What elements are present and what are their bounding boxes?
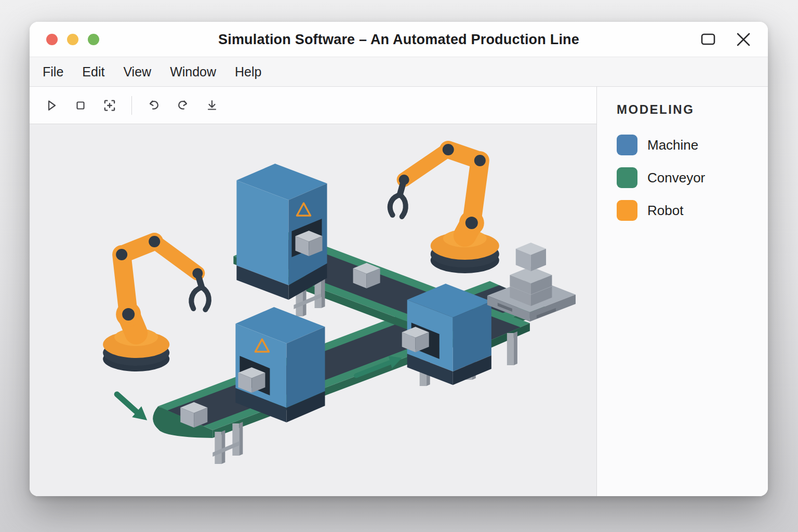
palette-item-robot[interactable]: Robot bbox=[617, 200, 768, 221]
stop-icon bbox=[73, 98, 88, 113]
focus-add-button[interactable] bbox=[100, 96, 119, 115]
gripper-claw bbox=[390, 180, 406, 217]
model-canvas[interactable] bbox=[30, 124, 596, 496]
focus-add-icon bbox=[102, 98, 117, 113]
main-row: MODELING Machine Conveyor Robot bbox=[30, 87, 768, 496]
machine-bottom[interactable] bbox=[235, 307, 325, 422]
menu-window[interactable]: Window bbox=[170, 64, 216, 79]
toolbar-divider bbox=[131, 96, 132, 115]
menu-edit[interactable]: Edit bbox=[82, 64, 104, 79]
production-line-scene bbox=[30, 124, 596, 496]
left-column bbox=[30, 87, 596, 496]
redo-icon bbox=[176, 98, 190, 113]
window-title: Simulation Software – An Automated Produ… bbox=[30, 31, 768, 47]
close-button[interactable] bbox=[736, 32, 751, 47]
menu-file[interactable]: File bbox=[43, 64, 63, 79]
menu-view[interactable]: View bbox=[123, 64, 151, 79]
play-icon bbox=[44, 98, 59, 113]
download-button[interactable] bbox=[203, 96, 221, 115]
undo-icon bbox=[147, 98, 161, 113]
robot-right[interactable] bbox=[390, 144, 499, 273]
conveyor-leg bbox=[215, 430, 225, 464]
conveyor-label: Conveyor bbox=[647, 170, 705, 186]
palette-item-conveyor[interactable]: Conveyor bbox=[617, 167, 768, 188]
stop-button[interactable] bbox=[71, 96, 90, 115]
flow-arrow-entry bbox=[117, 394, 147, 420]
pallet[interactable] bbox=[487, 243, 576, 322]
menu-help[interactable]: Help bbox=[235, 64, 261, 79]
app-window: Simulation Software – An Automated Produ… bbox=[30, 22, 768, 496]
maximize-icon bbox=[700, 32, 716, 47]
machine-label: Machine bbox=[647, 137, 698, 153]
close-icon bbox=[736, 32, 751, 47]
conveyor-leg bbox=[232, 422, 243, 456]
title-bar: Simulation Software – An Automated Produ… bbox=[30, 22, 768, 57]
desktop: { "window": { "title": "Simulation Softw… bbox=[0, 0, 798, 532]
box-on-belt[interactable] bbox=[295, 231, 322, 256]
window-controls bbox=[700, 32, 751, 47]
palette-item-machine[interactable]: Machine bbox=[617, 135, 768, 155]
machine-top[interactable] bbox=[236, 164, 327, 300]
toolbar bbox=[30, 87, 596, 124]
modeling-sidebar: MODELING Machine Conveyor Robot bbox=[596, 87, 768, 496]
redo-button[interactable] bbox=[174, 96, 192, 115]
robot-left[interactable] bbox=[103, 236, 209, 371]
undo-button[interactable] bbox=[144, 96, 163, 115]
conveyor-swatch bbox=[617, 167, 637, 188]
download-icon bbox=[205, 98, 219, 113]
run-button[interactable] bbox=[42, 96, 61, 115]
conveyor-leg bbox=[507, 331, 517, 365]
maximize-button[interactable] bbox=[700, 32, 716, 47]
machine-swatch bbox=[617, 135, 637, 155]
menu-bar: File Edit View Window Help bbox=[30, 57, 768, 87]
robot-label: Robot bbox=[647, 203, 683, 219]
sidebar-heading: MODELING bbox=[617, 102, 768, 117]
robot-swatch bbox=[617, 200, 637, 221]
